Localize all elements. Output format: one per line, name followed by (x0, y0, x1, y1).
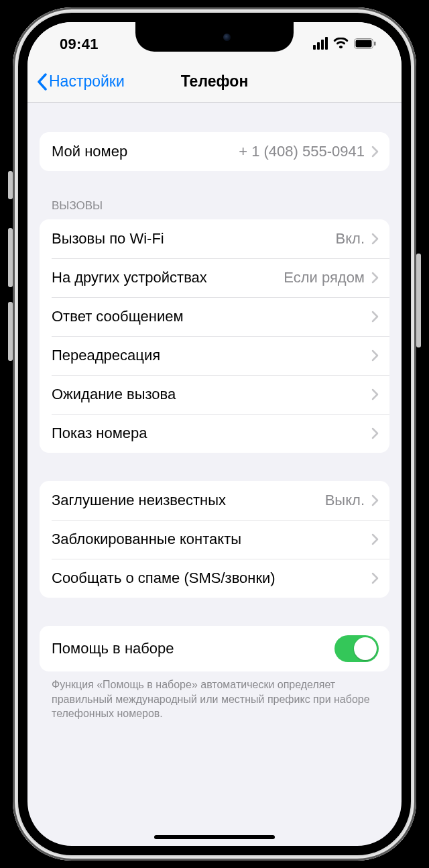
back-label: Настройки (49, 72, 125, 91)
panel-blocking: Заглушение неизвестных Выкл. Заблокирова… (40, 481, 389, 598)
chevron-right-icon (371, 494, 379, 506)
row-show-caller-id[interactable]: Показ номера (40, 414, 389, 453)
dial-assist-toggle[interactable] (334, 635, 379, 662)
my-number-value: + 1 (408) 555-0941 (239, 143, 365, 160)
row-label: Заглушение неизвестных (52, 492, 325, 509)
row-value: Если рядом (284, 269, 365, 286)
battery-icon (354, 38, 376, 49)
chevron-right-icon (371, 388, 379, 400)
group-calls: ВЫЗОВЫ Вызовы по Wi-Fi Вкл. На других ус… (40, 199, 389, 453)
screen: 09:41 Настройки Телефон (27, 22, 402, 846)
row-report-spam[interactable]: Сообщать о спаме (SMS/звонки) (40, 559, 389, 598)
group-blocking: Заглушение неизвестных Выкл. Заблокирова… (40, 481, 389, 598)
mute-switch[interactable] (8, 171, 13, 199)
row-value: Выкл. (325, 492, 365, 509)
row-label: Сообщать о спаме (SMS/звонки) (52, 569, 371, 587)
chevron-right-icon (371, 572, 379, 584)
row-label: Показ номера (52, 425, 371, 442)
row-label: Ответ сообщением (52, 308, 371, 325)
back-button[interactable]: Настройки (37, 72, 125, 91)
group-dial-assist: Помощь в наборе Функция «Помощь в наборе… (40, 626, 389, 721)
row-my-number[interactable]: Мой номер + 1 (408) 555-0941 (40, 132, 389, 171)
cellular-icon (313, 37, 328, 50)
front-camera (223, 34, 231, 41)
row-label: Переадресация (52, 347, 371, 364)
panel-dial-assist: Помощь в наборе (40, 626, 389, 671)
page-title: Телефон (181, 72, 249, 91)
row-label: Ожидание вызова (52, 386, 371, 403)
chevron-right-icon (371, 233, 379, 245)
volume-down-button[interactable] (8, 302, 13, 361)
group-my-number: Мой номер + 1 (408) 555-0941 (40, 132, 389, 171)
row-dial-assist: Помощь в наборе (40, 626, 389, 671)
phone-bezel: 09:41 Настройки Телефон (18, 13, 411, 855)
notch (135, 22, 294, 52)
panel-calls: Вызовы по Wi-Fi Вкл. На других устройств… (40, 219, 389, 453)
row-wifi-calling[interactable]: Вызовы по Wi-Fi Вкл. (40, 219, 389, 258)
row-other-devices[interactable]: На других устройствах Если рядом (40, 258, 389, 297)
dial-assist-label: Помощь в наборе (52, 640, 334, 657)
volume-up-button[interactable] (8, 228, 13, 287)
dial-assist-footer: Функция «Помощь в наборе» автоматически … (40, 671, 389, 721)
row-call-waiting[interactable]: Ожидание вызова (40, 375, 389, 414)
navigation-bar: Настройки Телефон (27, 61, 402, 103)
toggle-knob (354, 637, 377, 660)
row-blocked-contacts[interactable]: Заблокированные контакты (40, 520, 389, 559)
svg-rect-1 (356, 40, 372, 47)
chevron-right-icon (371, 427, 379, 439)
row-respond-with-text[interactable]: Ответ сообщением (40, 297, 389, 336)
row-silence-unknown[interactable]: Заглушение неизвестных Выкл. (40, 481, 389, 520)
row-value: Вкл. (336, 230, 365, 248)
row-label: Заблокированные контакты (52, 531, 371, 548)
row-label: На других устройствах (52, 269, 284, 286)
home-indicator[interactable] (154, 835, 275, 839)
my-number-label: Мой номер (52, 143, 239, 160)
panel-my-number: Мой номер + 1 (408) 555-0941 (40, 132, 389, 171)
wifi-icon (333, 38, 349, 49)
svg-rect-2 (374, 42, 376, 46)
chevron-right-icon (371, 349, 379, 362)
chevron-right-icon (371, 272, 379, 284)
chevron-right-icon (371, 311, 379, 323)
row-label: Вызовы по Wi-Fi (52, 230, 336, 248)
power-button[interactable] (416, 254, 421, 347)
content: Мой номер + 1 (408) 555-0941 ВЫЗОВЫ Вызо… (27, 132, 402, 721)
status-time: 09:41 (60, 36, 99, 53)
status-right (313, 37, 376, 50)
group-header-calls: ВЫЗОВЫ (40, 199, 389, 219)
row-call-forwarding[interactable]: Переадресация (40, 336, 389, 375)
chevron-right-icon (371, 146, 379, 158)
chevron-right-icon (371, 533, 379, 545)
